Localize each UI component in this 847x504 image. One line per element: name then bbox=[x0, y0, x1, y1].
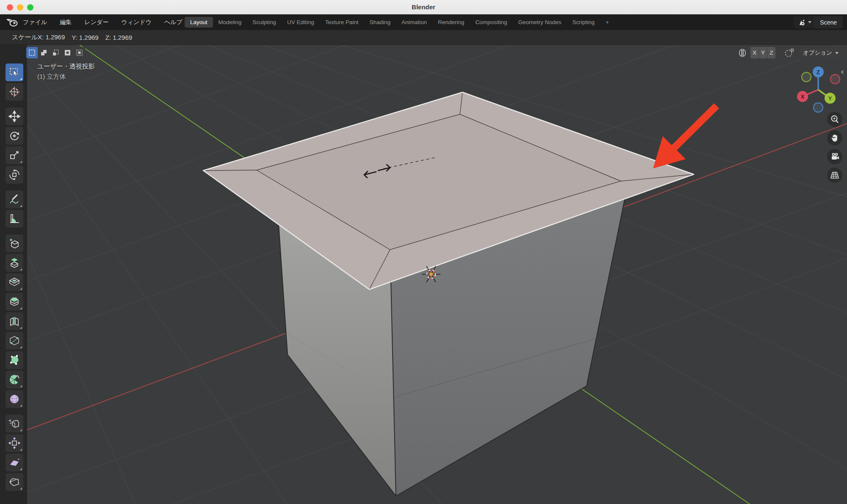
tab-texture-paint[interactable]: Texture Paint bbox=[320, 17, 364, 28]
tool-edge-slide[interactable] bbox=[6, 415, 23, 432]
window-title: Blender bbox=[0, 3, 847, 11]
pan-hand-icon bbox=[830, 133, 839, 143]
zoom-view-button[interactable] bbox=[827, 112, 842, 127]
scene-selector[interactable]: Scene bbox=[794, 16, 843, 28]
options-label: オプション bbox=[803, 49, 832, 57]
options-dropdown[interactable]: オプション bbox=[800, 47, 842, 59]
tool-rotate[interactable] bbox=[6, 127, 23, 145]
add-cube-icon bbox=[8, 237, 20, 249]
tool-move[interactable] bbox=[6, 107, 23, 125]
tab-compositing[interactable]: Compositing bbox=[470, 17, 512, 28]
mirror-x-button[interactable]: X bbox=[750, 47, 758, 58]
shear-icon bbox=[8, 457, 20, 468]
tool-smooth[interactable] bbox=[6, 390, 23, 408]
blender-topbar: ファイル 編集 レンダー ウィンドウ ヘルプ Layout Modeling S… bbox=[0, 14, 847, 30]
measure-icon bbox=[8, 213, 20, 225]
view-mode-label: ユーザー・透視投影 bbox=[37, 63, 95, 71]
tab-animation[interactable]: Animation bbox=[396, 17, 432, 28]
select-mode-extend[interactable] bbox=[38, 47, 50, 58]
tool-spin[interactable] bbox=[6, 371, 23, 388]
tool-transform[interactable] bbox=[6, 166, 23, 184]
subtool-indicator bbox=[20, 346, 22, 348]
gizmo-axis-neg-x[interactable] bbox=[830, 74, 840, 84]
menu-file[interactable]: ファイル bbox=[23, 19, 47, 26]
tab-sculpting[interactable]: Sculpting bbox=[247, 17, 282, 28]
gizmo-axis-z[interactable]: Z bbox=[813, 66, 824, 77]
cursor-tool-icon bbox=[8, 86, 20, 98]
scale-y-value: Y: 1.2969 bbox=[72, 34, 98, 41]
tool-measure[interactable] bbox=[6, 210, 23, 228]
perspective-toggle-button[interactable] bbox=[827, 168, 842, 183]
pan-view-button[interactable] bbox=[827, 130, 842, 146]
tab-shading[interactable]: Shading bbox=[364, 17, 396, 28]
scene-canvas[interactable] bbox=[0, 45, 847, 504]
navigation-gizmo[interactable]: Z X Y bbox=[793, 63, 844, 115]
select-mode-group bbox=[26, 47, 85, 58]
proportional-falloff-button[interactable] bbox=[783, 47, 795, 59]
menu-window[interactable]: ウィンドウ bbox=[121, 19, 152, 26]
select-mode-set[interactable] bbox=[26, 47, 38, 58]
select-mode-subtract[interactable] bbox=[50, 47, 61, 58]
rip-region-icon bbox=[8, 476, 20, 488]
gizmo-axis-x[interactable]: X bbox=[797, 91, 808, 102]
tool-annotate[interactable] bbox=[6, 190, 23, 208]
menu-bar: ファイル 編集 レンダー ウィンドウ ヘルプ bbox=[23, 14, 183, 30]
tool-extrude-region[interactable] bbox=[6, 254, 23, 272]
menu-edit[interactable]: 編集 bbox=[60, 19, 72, 26]
move-icon bbox=[8, 110, 20, 122]
scene-browse-button[interactable] bbox=[794, 16, 814, 28]
subtool-indicator bbox=[20, 468, 22, 470]
transform-icon bbox=[8, 169, 20, 181]
mirror-y-button[interactable]: Y bbox=[759, 47, 767, 58]
blender-logo-icon[interactable] bbox=[6, 17, 19, 28]
operator-status-bar: スケールX: 1.2969 Y: 1.2969 Z: 1.2969 bbox=[0, 30, 847, 45]
subtool-indicator bbox=[20, 307, 22, 309]
grid-perspective-icon bbox=[830, 171, 840, 180]
shrink-fatten-icon bbox=[8, 437, 20, 449]
tool-cursor[interactable] bbox=[6, 83, 23, 101]
tool-shrink-fatten[interactable] bbox=[6, 434, 23, 452]
viewport-3d[interactable]: ユーザー・透視投影 (1) 立方体 X Y Z オプション bbox=[0, 45, 847, 504]
cube-mesh[interactable] bbox=[203, 92, 694, 496]
gizmo-axis-neg-z[interactable] bbox=[814, 103, 823, 112]
tool-bevel[interactable] bbox=[6, 293, 23, 311]
tab-layout[interactable]: Layout bbox=[185, 17, 213, 28]
menu-help[interactable]: ヘルプ bbox=[164, 19, 183, 26]
mirror-toggle-button[interactable] bbox=[736, 47, 749, 59]
gizmo-axis-neg-y[interactable] bbox=[802, 72, 811, 82]
subtool-indicator bbox=[20, 449, 22, 451]
tool-rip-region[interactable] bbox=[6, 473, 23, 491]
tool-inset-faces[interactable] bbox=[6, 273, 23, 291]
tool-shear[interactable] bbox=[6, 454, 23, 471]
tool-poly-build[interactable] bbox=[6, 351, 23, 369]
poly-build-icon bbox=[8, 354, 20, 366]
subtool-indicator bbox=[20, 205, 22, 207]
camera-view-button[interactable] bbox=[827, 149, 842, 164]
subtool-indicator bbox=[20, 429, 22, 431]
mirror-axis-group: X Y Z bbox=[750, 47, 775, 58]
knife-icon bbox=[8, 335, 20, 347]
tool-add-cube[interactable] bbox=[6, 234, 23, 252]
menu-render[interactable]: レンダー bbox=[84, 19, 108, 26]
select-mode-intersect[interactable] bbox=[74, 47, 85, 58]
spin-icon bbox=[8, 374, 20, 386]
loop-cut-icon bbox=[8, 315, 20, 327]
mirror-z-button[interactable]: Z bbox=[767, 47, 775, 58]
tool-select-box[interactable] bbox=[6, 63, 23, 81]
select-mode-invert[interactable] bbox=[62, 47, 73, 58]
tab-uv-editing[interactable]: UV Editing bbox=[282, 17, 320, 28]
tab-rendering[interactable]: Rendering bbox=[432, 17, 470, 28]
gizmo-axis-y[interactable]: Y bbox=[825, 93, 836, 104]
tab-modeling[interactable]: Modeling bbox=[213, 17, 247, 28]
chevron-down-icon bbox=[808, 21, 811, 23]
tool-loop-cut[interactable] bbox=[6, 312, 23, 330]
rotate-icon bbox=[8, 130, 20, 142]
sidebar-toggle-chevron[interactable]: ‹ bbox=[841, 67, 844, 76]
extrude-region-icon bbox=[8, 257, 20, 269]
tab-add-workspace[interactable]: + bbox=[600, 17, 614, 28]
tab-scripting[interactable]: Scripting bbox=[567, 17, 600, 28]
tool-knife[interactable] bbox=[6, 332, 23, 350]
scale-x-value: スケールX: 1.2969 bbox=[12, 33, 65, 41]
tab-geometry-nodes[interactable]: Geometry Nodes bbox=[512, 17, 567, 28]
tool-scale[interactable] bbox=[6, 146, 23, 164]
